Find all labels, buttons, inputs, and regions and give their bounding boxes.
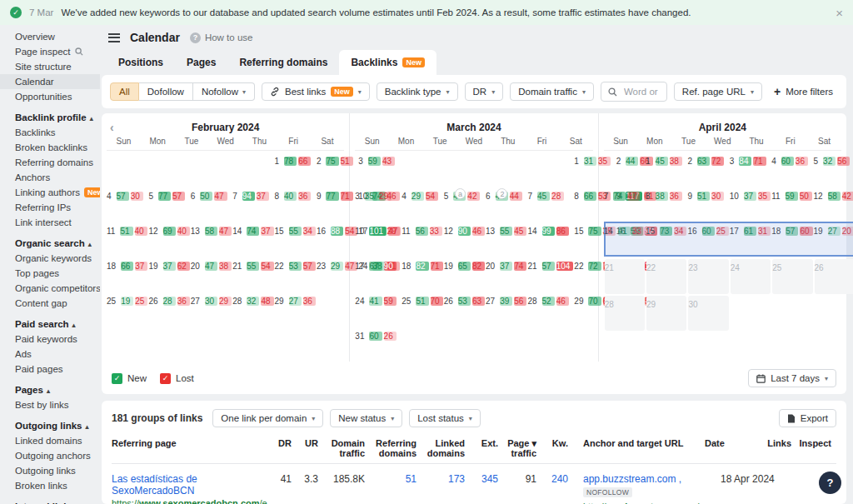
menu-icon[interactable] (108, 33, 120, 42)
column-header-links[interactable]: Links (763, 438, 796, 458)
column-header-date[interactable]: Date (705, 438, 763, 458)
sidebar-item-linking-authors[interactable]: Linking authorsNew (0, 185, 100, 200)
sidebar-item-link-intersect[interactable]: Link intersect (0, 215, 100, 230)
sidebar-item-organic-competitors[interactable]: Organic competitors (0, 281, 100, 296)
calendar-day-cell[interactable]: 33529 (355, 187, 402, 222)
calendar-day-cell[interactable]: 203774 (486, 257, 527, 292)
column-header-ext[interactable]: Ext. (470, 438, 503, 458)
column-header-kw[interactable]: Kw. (541, 438, 573, 458)
sidebar-item-best-by-links[interactable]: Best by links (0, 397, 100, 412)
date-range-button[interactable]: Last 7 days ▾ (748, 369, 836, 387)
sidebar-section-organic-search[interactable]: Organic search▴ (0, 230, 100, 251)
referring-domains-value[interactable]: 51 (370, 473, 422, 504)
close-icon[interactable]: × (836, 7, 843, 19)
calendar-day-cell[interactable]: 204738 (191, 257, 232, 292)
calendar-day-cell[interactable]: 225357 (275, 257, 317, 292)
tab-pages[interactable]: Pages (175, 50, 227, 75)
tab-referring-domains[interactable]: Referring domains (227, 50, 339, 75)
tab-positions[interactable]: Positions (107, 50, 175, 75)
sidebar-item-content-gap[interactable]: Content gap (0, 296, 100, 311)
column-header-linked[interactable]: Linkeddomains (422, 438, 470, 458)
sidebar-item-paid-keywords[interactable]: Paid keywords (0, 332, 100, 347)
calendar-day-cell[interactable]: 196582 (444, 257, 486, 292)
calendar-day-cell[interactable]: 30 (688, 296, 728, 331)
calendar-day-cell[interactable]: 27551 (317, 152, 358, 187)
ext-value[interactable]: 345 (470, 473, 503, 504)
calendar-day-cell[interactable]: 53256 (814, 152, 853, 187)
dropdown-one-link-per-domain[interactable]: One link per domain▾ (212, 409, 323, 427)
calendar-day-cell[interactable]: 144133 (604, 222, 646, 257)
calendar-day-cell[interactable]: 251925 (107, 292, 148, 327)
calendar-day-cell[interactable]: 186637 (107, 257, 148, 292)
calendar-day-cell[interactable]: 149986 (527, 222, 574, 257)
how-to-use-link[interactable]: ? How to use (190, 32, 253, 43)
prev-month-chevron-icon[interactable]: ‹ (110, 118, 114, 137)
column-header-inspect[interactable]: Inspect (796, 438, 836, 458)
sidebar-section-paid-search[interactable]: Paid search▴ (0, 311, 100, 332)
calendar-day-cell[interactable]: 103735 (730, 187, 771, 222)
sidebar-section-internal-links[interactable]: Internal links▴ (0, 493, 100, 504)
calendar-day-cell[interactable]: 135545 (486, 222, 527, 257)
calendar-day-cell[interactable]: 14538 (646, 152, 687, 187)
sidebar-item-backlinks[interactable]: Backlinks (0, 125, 100, 140)
calendar-day-cell[interactable]: 265363 (444, 292, 486, 327)
sidebar-item-organic-keywords[interactable]: Organic keywords (0, 251, 100, 266)
filter-domain-traffic[interactable]: Domain traffic▾ (510, 82, 594, 101)
calendar-day-cell[interactable]: 45730 (107, 187, 148, 222)
anchor-link[interactable]: app.buzzstream.com , (583, 473, 681, 485)
calendar-day-cell[interactable]: 25 (772, 259, 812, 294)
calendar-day-cell[interactable]: 26372 (687, 152, 729, 187)
sidebar-section-pages[interactable]: Pages▴ (0, 377, 100, 397)
referring-page-link[interactable]: Las estadísticas de SexoMercadoBCN (112, 473, 197, 497)
calendar-day-cell[interactable]: 125842 (814, 187, 853, 222)
filter-best-links[interactable]: Best linksNew▾ (262, 82, 370, 101)
sidebar-item-ads[interactable]: Ads (0, 347, 100, 362)
calendar-day-cell[interactable]: 115140 (107, 222, 148, 257)
calendar-day-cell[interactable]: 23 (688, 259, 728, 294)
dropdown-lost-status[interactable]: Lost status▾ (409, 409, 481, 427)
calendar-day-cell[interactable]: 115950 (771, 187, 813, 222)
legend-lost[interactable]: ✓Lost (160, 373, 194, 384)
calendar-day-cell[interactable]: 129046 (444, 222, 486, 257)
sidebar-item-outgoing-anchors[interactable]: Outgoing anchors (0, 448, 100, 463)
calendar-day-cell[interactable]: 292736 (275, 292, 317, 327)
calendar-day-cell[interactable]: 46036 (771, 152, 813, 187)
search-box[interactable] (601, 82, 667, 102)
column-header-anchor-and-target-url[interactable]: Anchor and target URL (573, 438, 705, 458)
sidebar-item-anchors[interactable]: Anchors (0, 170, 100, 185)
sidebar-item-calendar[interactable]: Calendar (0, 74, 100, 89)
calendar-day-cell[interactable]: 285246 (527, 292, 574, 327)
calendar-day-cell[interactable]: 17866 (275, 152, 317, 187)
sidebar-item-opportunities[interactable]: Opportunities (0, 89, 100, 104)
calendar-day-cell[interactable]: 188271 (402, 257, 443, 292)
calendar-day-cell[interactable]: 316026 (355, 327, 402, 362)
calendar-day-cell[interactable]: 79437 (232, 187, 274, 222)
calendar-day-cell[interactable]: 42954 (402, 187, 443, 222)
calendar-day-cell[interactable]: 155534 (275, 222, 317, 257)
filter-all[interactable]: All (110, 82, 139, 101)
calendar-day-cell[interactable]: 157334 (646, 222, 687, 257)
sidebar-item-page-inspect[interactable]: Page inspect (0, 44, 100, 59)
sidebar-item-overview[interactable]: Overview (0, 29, 100, 44)
calendar-day-cell[interactable]: 176790 (355, 257, 402, 292)
calendar-day-cell[interactable]: 168854 (317, 222, 358, 257)
calendar-day-cell[interactable]: 176131 (730, 222, 771, 257)
sidebar-item-broken-links[interactable]: Broken links (0, 478, 100, 493)
calendar-day-cell[interactable]: 283248 (232, 292, 274, 327)
calendar-day-cell[interactable]: 192720 (814, 222, 853, 257)
calendar-day-cell[interactable]: 115633 (402, 222, 443, 257)
column-header-ur[interactable]: UR (297, 438, 323, 458)
calendar-day-cell[interactable]: 74528 (527, 187, 574, 222)
calendar-day-cell[interactable]: 95130 (687, 187, 729, 222)
calendar-day-cell[interactable]: 97771 (317, 187, 358, 222)
calendar-day-cell[interactable]: 22 (646, 259, 686, 294)
referring-page-url[interactable]: https://www.sexomercadobcn.com/estadisti… (112, 498, 270, 504)
calendar-day-cell[interactable]: 38471 (730, 152, 771, 187)
sidebar-item-paid-pages[interactable]: Paid pages (0, 362, 100, 377)
calendar-day-cell[interactable]: 273956 (486, 292, 527, 327)
export-button[interactable]: Export (779, 409, 836, 427)
sidebar-item-referring-domains[interactable]: Referring domains (0, 155, 100, 170)
filter-backlink-type[interactable]: Backlink type▾ (377, 82, 458, 101)
filter-dr[interactable]: DR▾ (465, 82, 504, 101)
kw-value[interactable]: 240 (541, 473, 573, 504)
